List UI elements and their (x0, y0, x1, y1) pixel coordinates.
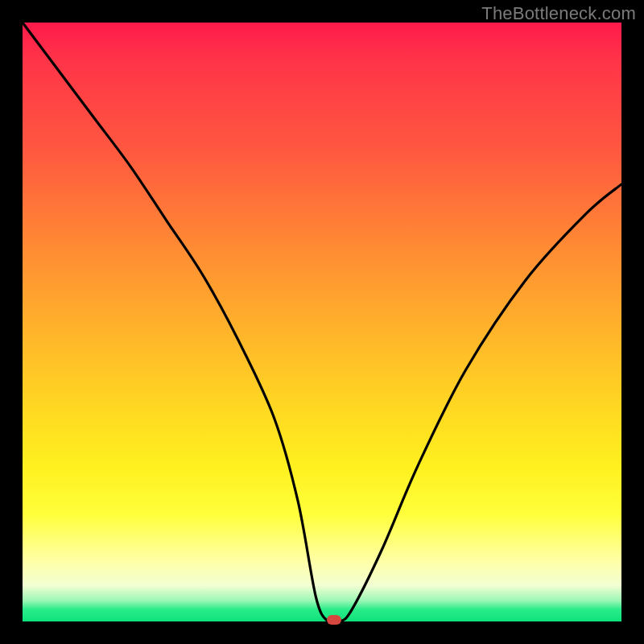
watermark-text: TheBottleneck.com (481, 3, 636, 24)
plot-area (23, 23, 621, 621)
bottleneck-curve (23, 23, 621, 621)
optimum-marker (327, 615, 341, 625)
chart-frame: TheBottleneck.com (0, 0, 644, 644)
